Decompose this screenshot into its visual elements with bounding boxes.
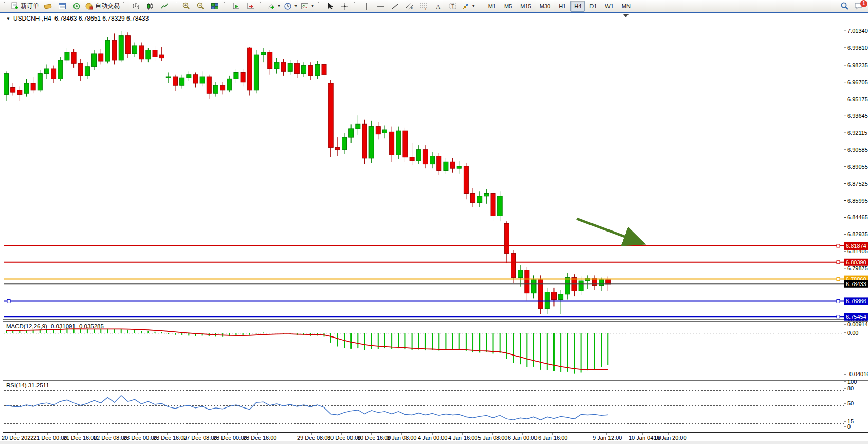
timeframe-button-H1[interactable]: H1 xyxy=(555,1,569,12)
macd-axis-label: 0.009142 xyxy=(847,321,868,327)
trendline-tool-button[interactable] xyxy=(388,1,402,12)
price-axis-label: 6.92115 xyxy=(847,130,867,136)
horizontal-line-tool-button[interactable] xyxy=(374,1,388,12)
timeframe-toolbar: M1M5M15M30H1H4D1W1MN xyxy=(484,1,635,12)
data-signal-button[interactable] xyxy=(69,1,84,12)
chart-title: ▼ USDCNH-,H4 6.78463 6.78651 6.78329 6.7… xyxy=(6,15,149,22)
chart-canvas[interactable]: 7.013406.998106.982356.967056.951756.936… xyxy=(0,0,868,444)
bar-chart-mode-button[interactable] xyxy=(128,1,143,12)
timeframe-button-D1[interactable]: D1 xyxy=(586,1,600,12)
price-axis-label: 6.93645 xyxy=(847,113,868,119)
time-axis-label: 3 Jan 08:00 xyxy=(387,435,417,441)
price-axis-label: 6.98235 xyxy=(847,62,868,68)
line-handle xyxy=(837,315,840,318)
rsi-axis-label: 100 xyxy=(847,379,857,385)
auto-scroll-button[interactable] xyxy=(229,1,244,12)
vertical-line-tool-button[interactable] xyxy=(359,1,374,12)
time-axis-label: 4 Jan 16:00 xyxy=(448,435,478,441)
search-button[interactable] xyxy=(837,1,852,12)
zoom-in-button[interactable] xyxy=(179,1,193,12)
trendline-icon xyxy=(391,2,399,10)
candle-chart-mode-button[interactable] xyxy=(143,1,157,12)
time-axis-label: 28 Dec 00:00 xyxy=(213,435,247,441)
window-bottom-edge xyxy=(0,441,868,444)
time-axis-label: 21 Dec 00:00 xyxy=(33,435,67,441)
auto-scroll-icon xyxy=(232,2,241,10)
ohlc-quote-label: 6.78463 6.78651 6.78329 6.78433 xyxy=(54,15,149,22)
svg-text:T: T xyxy=(451,4,454,9)
auto-trading-icon xyxy=(85,2,94,10)
chart-background xyxy=(3,13,868,441)
symbol-period-label: USDCNH-,H4 xyxy=(13,15,51,22)
toolbar-grip xyxy=(260,2,263,10)
timeframe-button-M15[interactable]: M15 xyxy=(516,1,534,12)
signal-icon xyxy=(72,2,81,10)
svg-text:6.80390: 6.80390 xyxy=(846,259,866,265)
periods-button[interactable]: ▼ xyxy=(282,1,299,12)
macd-axis-label: 0.00 xyxy=(847,330,858,336)
toolbar-grip xyxy=(479,2,482,10)
arrows-tool-button[interactable]: ▼ xyxy=(460,1,477,12)
line-handle xyxy=(837,278,840,281)
templates-button[interactable]: ▼ xyxy=(299,1,316,12)
candle-chart-icon xyxy=(146,2,154,10)
price-axis-label: 6.85995 xyxy=(847,198,868,204)
chart-profile-button[interactable] xyxy=(41,1,55,12)
timeframe-button-M1[interactable]: M1 xyxy=(485,1,500,12)
chart-dropdown-icon[interactable]: ▼ xyxy=(6,16,10,21)
time-axis-label: 23 Dec 00:00 xyxy=(123,435,157,441)
time-axis-label: 5 Jan 08:00 xyxy=(478,435,508,441)
rsi-indicator-label: RSI(14) 31.2511 xyxy=(6,382,49,388)
chevron-down-icon: ▼ xyxy=(277,4,281,8)
templates-icon xyxy=(301,2,309,10)
time-axis-label: 6 Jan 00:00 xyxy=(508,435,538,441)
time-axis-label: 28 Dec 16:00 xyxy=(243,435,276,441)
chart-shift-icon xyxy=(247,2,255,10)
toolbar-grip xyxy=(123,2,126,10)
timeframe-button-M5[interactable]: M5 xyxy=(501,1,515,12)
cursor-tool-button[interactable] xyxy=(323,1,338,12)
text-label-tool-button[interactable]: T xyxy=(446,1,460,12)
time-axis-label: 10 Jan 20:00 xyxy=(654,435,687,441)
zoom-out-icon xyxy=(196,2,205,10)
price-axis-label: 6.95175 xyxy=(847,96,868,102)
timeframe-button-MN[interactable]: MN xyxy=(618,1,634,12)
macd-axis-label: -0.040162 xyxy=(847,371,868,377)
timeframe-button-W1[interactable]: W1 xyxy=(601,1,617,12)
cursor-icon xyxy=(326,2,335,10)
rsi-axis-label: 80 xyxy=(847,385,854,392)
chevron-down-icon: ▼ xyxy=(311,4,315,8)
svg-text:6.76866: 6.76866 xyxy=(846,298,866,304)
market-watch-button[interactable] xyxy=(55,1,69,12)
timeframe-button-H4[interactable]: H4 xyxy=(570,1,585,12)
new-order-button[interactable]: 新订单 xyxy=(9,1,41,12)
svg-text:6.81874: 6.81874 xyxy=(846,243,866,249)
svg-text:A: A xyxy=(436,3,441,10)
chart-shift-button[interactable] xyxy=(244,1,258,12)
timeframe-button-M30[interactable]: M30 xyxy=(536,1,554,12)
chevron-down-icon: ▼ xyxy=(472,4,475,8)
time-axis-label: 27 Dec 08:00 xyxy=(183,435,217,441)
text-label-icon: T xyxy=(449,2,457,10)
toolbar-grip xyxy=(224,2,227,10)
auto-trading-button[interactable]: 自动交易 xyxy=(84,1,121,12)
time-axis-label: 9 Jan 12:00 xyxy=(593,435,622,441)
crosshair-tool-button[interactable] xyxy=(338,1,352,12)
price-tag: 6.78433 xyxy=(844,280,868,288)
time-axis-label: 4 Jan 00:00 xyxy=(418,435,448,441)
line-chart-mode-button[interactable] xyxy=(157,1,172,12)
new-order-label: 新订单 xyxy=(21,2,39,10)
tile-windows-button[interactable] xyxy=(208,1,222,12)
time-axis-label: 21 Dec 16:00 xyxy=(63,435,97,441)
indicators-button[interactable]: ▼ xyxy=(265,1,282,12)
text-tool-button[interactable]: A xyxy=(431,1,446,12)
toolbar-grip xyxy=(174,2,177,10)
zoom-out-button[interactable] xyxy=(193,1,208,12)
notifications-button[interactable]: 1 xyxy=(852,1,866,12)
channel-tool-button[interactable]: E xyxy=(402,1,417,12)
terminal-window: 新订单 自动交易 xyxy=(0,0,868,444)
profile-icon xyxy=(44,2,52,10)
fibonacci-tool-button[interactable]: F xyxy=(417,1,431,12)
svg-text:6.78433: 6.78433 xyxy=(846,281,866,287)
time-axis-label: 30 Dec 16:00 xyxy=(357,435,391,441)
